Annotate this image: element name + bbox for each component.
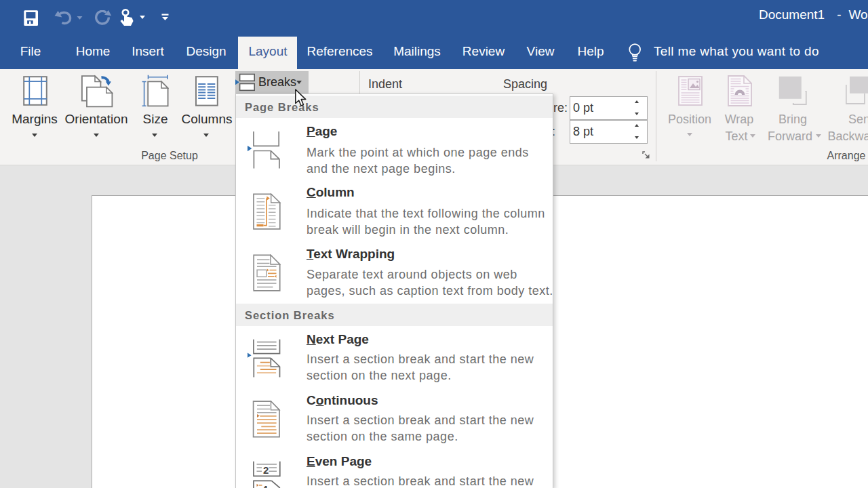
svg-text:2: 2	[263, 464, 269, 476]
svg-text:4: 4	[262, 483, 269, 488]
